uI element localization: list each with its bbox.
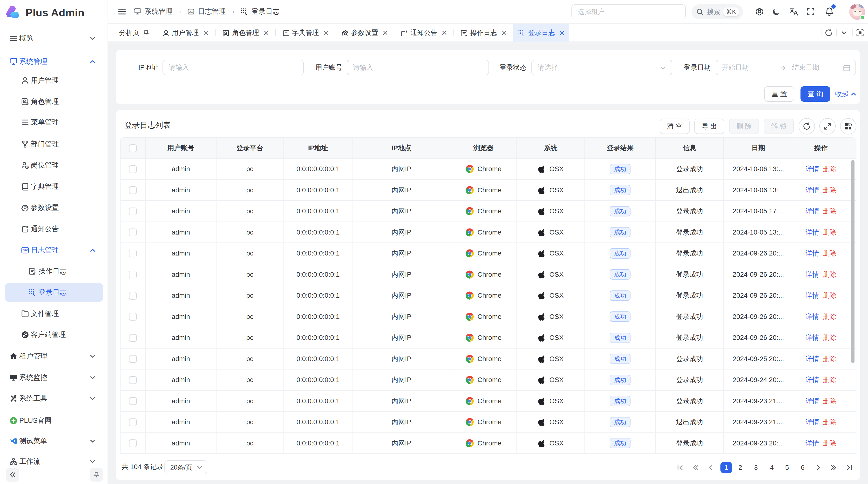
svg-text:DEV: DEV bbox=[189, 10, 193, 13]
svg-text:DEV: DEV bbox=[23, 249, 28, 252]
